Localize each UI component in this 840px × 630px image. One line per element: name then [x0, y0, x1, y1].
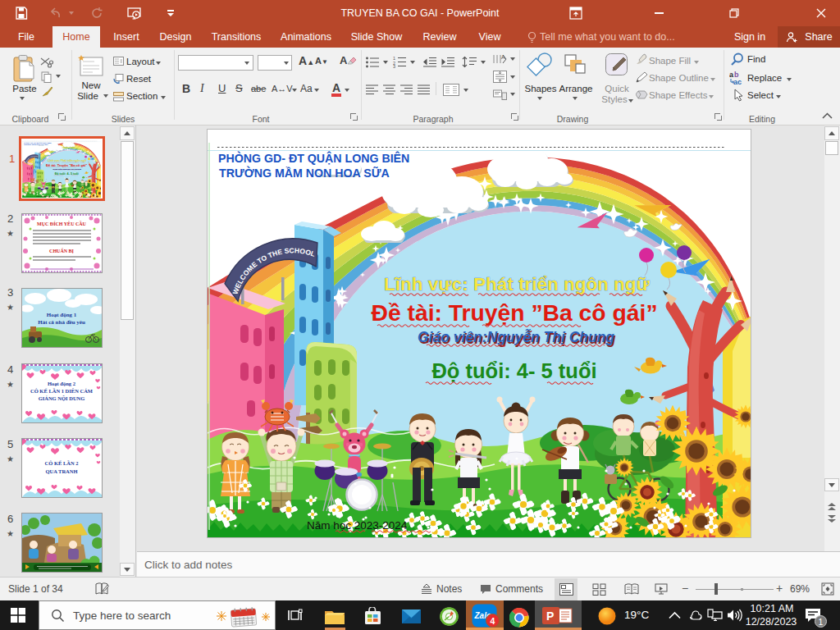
- svg-text:CHUẨN BỊ: CHUẨN BỊ: [49, 248, 75, 253]
- svg-text:A: A: [501, 54, 505, 60]
- svg-text:P: P: [546, 609, 554, 623]
- svg-text:CÔ KỂ LẦN 2: CÔ KỂ LẦN 2: [45, 460, 79, 466]
- svg-text:GIẢNG NỘI DUNG: GIẢNG NỘI DUNG: [39, 395, 85, 401]
- svg-text:Hát cả nhà đều yêu: Hát cả nhà đều yêu: [38, 319, 85, 326]
- svg-text:3: 3: [393, 64, 395, 68]
- svg-text:Hoạt động 2: Hoạt động 2: [48, 381, 75, 386]
- svg-text:CÔ KỂ LẦN 1 DIỄN CẢM: CÔ KỂ LẦN 1 DIỄN CẢM: [30, 388, 93, 394]
- svg-text:MỤC ĐÍCH YÊU CẦU: MỤC ĐÍCH YÊU CẦU: [37, 221, 87, 226]
- svg-text:QUA TRANH: QUA TRANH: [45, 468, 77, 474]
- svg-text:4: 4: [491, 616, 495, 626]
- svg-text:Hoạt động 1: Hoạt động 1: [47, 312, 77, 318]
- svg-text:ac: ac: [733, 78, 742, 85]
